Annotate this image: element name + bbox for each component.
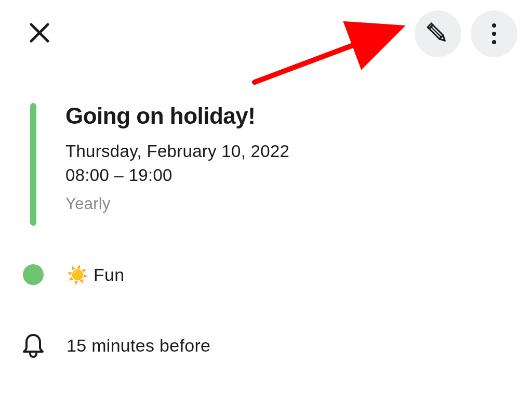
svg-point-8	[492, 32, 496, 36]
bell-icon	[22, 333, 45, 358]
close-button[interactable]	[24, 17, 55, 50]
event-accent-bar	[30, 103, 36, 226]
svg-point-7	[492, 23, 496, 28]
event-time: 08:00 – 19:00	[65, 165, 289, 185]
event-title: Going on holiday!	[65, 103, 289, 129]
category-name: Fun	[94, 265, 125, 285]
reminder-label: 15 minutes before	[66, 336, 210, 356]
category-emoji: ☀️	[66, 265, 94, 285]
category-row[interactable]: ☀️ Fun	[23, 264, 125, 285]
svg-point-9	[492, 40, 496, 44]
event-details: Going on holiday! Thursday, February 10,…	[30, 103, 289, 226]
more-options-button[interactable]	[471, 10, 517, 57]
event-date: Thursday, February 10, 2022	[65, 141, 289, 161]
more-vertical-icon	[492, 23, 496, 44]
category-label: ☀️ Fun	[66, 264, 125, 285]
edit-button[interactable]	[415, 10, 461, 57]
close-icon	[28, 21, 51, 44]
reminder-row[interactable]: 15 minutes before	[21, 333, 210, 358]
pencil-icon	[425, 21, 451, 47]
event-recurrence: Yearly	[65, 195, 289, 213]
category-color-dot	[23, 264, 44, 285]
